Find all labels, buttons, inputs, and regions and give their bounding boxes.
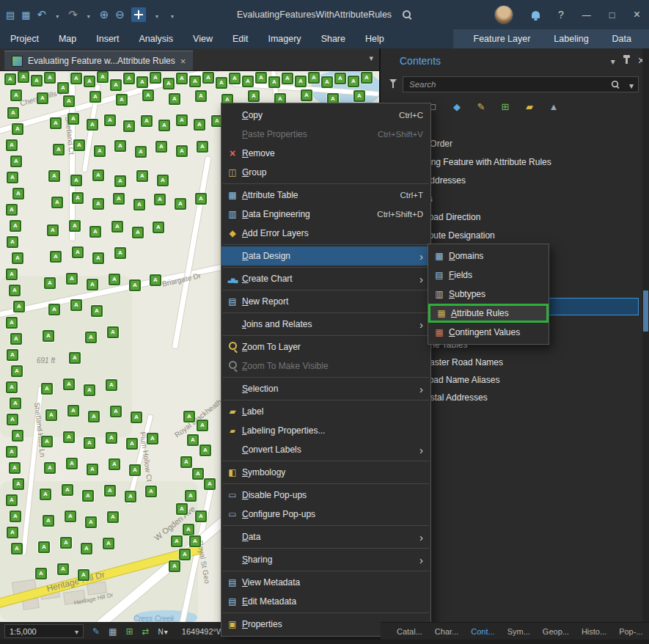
- user-avatar[interactable]: [494, 5, 513, 24]
- ribbon-tab-map[interactable]: Map: [59, 34, 76, 44]
- menu-separator: [223, 335, 429, 336]
- address-point-marker: A: [145, 486, 157, 497]
- submenu-item-subtypes[interactable]: Subtypes: [428, 285, 549, 304]
- pane-tab-char[interactable]: Char...: [435, 627, 458, 636]
- ribbon-tab-feature-layer[interactable]: Feature Layer: [474, 34, 531, 44]
- context-menu-item-disable-pop-ups[interactable]: Disable Pop-ups: [221, 486, 430, 505]
- tab-list-chevron-icon[interactable]: [369, 54, 373, 63]
- context-menu-item-label[interactable]: Label: [221, 402, 430, 421]
- submenu-item-contingent-values[interactable]: Contingent Values: [428, 323, 549, 342]
- address-point-marker: A: [113, 193, 125, 205]
- address-point-marker: A: [92, 169, 104, 181]
- pane-tab-pop[interactable]: Pop-...: [619, 627, 642, 636]
- menu-item-label: Zoom To Make Visible: [242, 361, 423, 371]
- menu-separator: [223, 571, 429, 571]
- address-point-marker: A: [51, 197, 63, 208]
- ribbon-tab-edit[interactable]: Edit: [232, 34, 249, 44]
- sync-status-icon[interactable]: [142, 626, 149, 637]
- address-point-marker: A: [9, 462, 21, 474]
- context-menu-item-attribute-table[interactable]: Attribute TableCtrl+T: [221, 186, 430, 205]
- address-point-marker: A: [147, 433, 158, 444]
- pane-tab-catal[interactable]: Catal...: [397, 627, 422, 636]
- context-menu-item-data-design[interactable]: Data Design: [221, 246, 430, 266]
- context-menu-item-data-engineering[interactable]: Data EngineeringCtrl+Shift+D: [221, 205, 430, 224]
- pane-tab-strip: Catal...Char...Cont...Sym...Geop...Histo…: [381, 622, 649, 640]
- context-menu-item-labeling-properties[interactable]: Labeling Properties...: [221, 421, 430, 440]
- close-button[interactable]: [634, 8, 640, 21]
- scrollbar-thumb[interactable]: [643, 290, 648, 332]
- context-menu-item-symbology[interactable]: Symbology: [221, 463, 430, 482]
- context-menu-item-add-error-layers[interactable]: Add Error Layers: [221, 224, 430, 243]
- ribbon-tab-analysis[interactable]: Analysis: [139, 34, 174, 44]
- help-icon[interactable]: [558, 8, 564, 21]
- data-design-submenu: DomainsFieldsSubtypesAttribute RulesCont…: [428, 244, 549, 345]
- address-point-marker: A: [40, 489, 51, 500]
- context-menu-item-view-metadata[interactable]: View Metadata: [221, 573, 430, 592]
- address-point-marker: A: [70, 299, 82, 311]
- map-view-tab[interactable]: Evaluating Feature w...Attribute Rules: [4, 51, 193, 70]
- address-point-marker: A: [48, 304, 60, 315]
- menu-item-label: Data Engineering: [242, 209, 364, 219]
- submenu-item-attribute-rules[interactable]: Attribute Rules: [428, 304, 549, 323]
- address-point-marker: A: [106, 379, 117, 391]
- attribute-table-status-icon[interactable]: [109, 626, 117, 637]
- context-menu-item-sharing[interactable]: Sharing: [221, 550, 430, 569]
- ribbon-tab-view[interactable]: View: [193, 34, 213, 44]
- submenu-arrow-icon: [411, 444, 423, 456]
- context-menu-item-joins-and-relates[interactable]: Joins and Relates: [221, 315, 430, 334]
- contents-scrollbar[interactable]: [642, 48, 649, 622]
- contents-row-label: Road Name Aliases: [422, 375, 499, 385]
- address-point-marker: A: [142, 89, 154, 101]
- maximize-button[interactable]: [609, 8, 615, 21]
- ribbon-tab-share[interactable]: Share: [321, 34, 345, 44]
- address-point-marker: A: [321, 76, 333, 88]
- context-menu-item-edit-metadata[interactable]: Edit Metadata: [221, 592, 430, 611]
- context-menu-item-selection[interactable]: Selection: [221, 379, 430, 398]
- address-point-marker: A: [242, 76, 254, 87]
- ribbon-tab-project[interactable]: Project: [10, 34, 39, 44]
- address-point-marker: A: [204, 478, 216, 490]
- submenu-item-fields[interactable]: Fields: [428, 266, 549, 285]
- map-scale-selector[interactable]: 1:5,000: [4, 624, 84, 638]
- menu-separator: [223, 400, 429, 400]
- context-menu-item-configure-pop-ups[interactable]: Configure Pop-ups: [221, 505, 430, 524]
- menu-item-label: Create Chart: [242, 274, 411, 284]
- ribbon-tab-help[interactable]: Help: [365, 34, 384, 44]
- ribbon-tab-insert[interactable]: Insert: [96, 34, 119, 44]
- address-point-marker: A: [31, 75, 43, 87]
- context-menu-item-create-chart[interactable]: Create Chart: [221, 269, 430, 288]
- pane-tab-cont[interactable]: Cont...: [471, 627, 494, 636]
- add-grid-status-icon[interactable]: [125, 626, 133, 637]
- context-menu-item-convert-labels[interactable]: Convert Labels: [221, 440, 430, 459]
- menu-separator: [223, 290, 429, 290]
- subtypes-icon: [433, 289, 446, 299]
- submenu-item-domains[interactable]: Domains: [428, 246, 549, 266]
- pane-tab-sym[interactable]: Sym...: [507, 627, 530, 636]
- ribbon-tab-labeling[interactable]: Labeling: [554, 34, 588, 44]
- pane-tab-histo[interactable]: Histo...: [582, 627, 606, 636]
- address-point-marker: A: [10, 155, 22, 167]
- context-menu-item-copy[interactable]: CopyCtrl+C: [221, 106, 430, 125]
- pane-tab-geop[interactable]: Geop...: [543, 627, 569, 636]
- address-point-marker: A: [114, 247, 126, 259]
- address-point-marker: A: [7, 349, 18, 361]
- context-menu-item-zoom-to-layer[interactable]: Zoom To Layer: [221, 337, 430, 356]
- context-menu-item-data[interactable]: Data: [221, 527, 430, 546]
- edit-status-icon[interactable]: [92, 626, 100, 637]
- context-menu-item-remove[interactable]: Remove: [221, 144, 430, 163]
- menu-item-label: Subtypes: [449, 289, 541, 299]
- ribbon-tab-data[interactable]: Data: [612, 34, 631, 44]
- ribbon-tab-imagery[interactable]: Imagery: [268, 34, 301, 44]
- notifications-bell-icon[interactable]: [532, 11, 540, 18]
- context-menu-item-group[interactable]: Group: [221, 163, 430, 182]
- minimize-button[interactable]: [582, 8, 591, 21]
- address-point-marker: A: [35, 568, 47, 579]
- search-icon[interactable]: [402, 10, 412, 20]
- context-menu-item-new-report[interactable]: New Report: [221, 292, 430, 311]
- north-arrow-icon[interactable]: [158, 626, 169, 637]
- address-point-marker: A: [7, 236, 18, 248]
- address-point-marker: A: [107, 326, 119, 338]
- close-tab-icon[interactable]: [180, 56, 186, 67]
- address-point-marker: A: [73, 139, 85, 151]
- address-point-marker: A: [92, 252, 104, 264]
